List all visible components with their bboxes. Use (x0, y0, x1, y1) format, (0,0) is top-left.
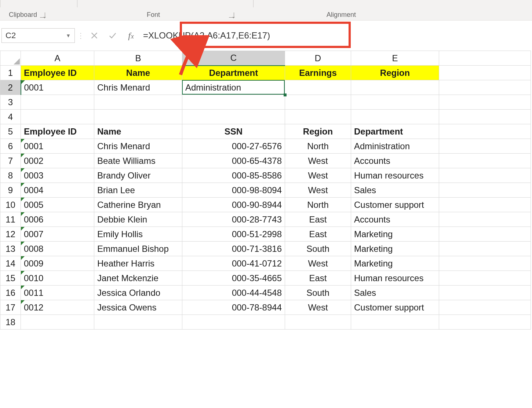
col-header-E[interactable]: E (351, 51, 439, 66)
col-header-C[interactable]: C (182, 51, 285, 66)
cell[interactable]: Human resources (351, 168, 439, 183)
fill-handle[interactable] (284, 93, 287, 96)
cell[interactable]: Marketing (351, 242, 439, 256)
cell[interactable]: Department (182, 66, 285, 80)
cell[interactable]: 000-27-6576 (182, 139, 285, 154)
cell[interactable] (439, 95, 531, 110)
cancel-formula-button[interactable] (85, 28, 103, 43)
cell[interactable] (182, 110, 285, 124)
dialog-launcher-icon[interactable] (229, 12, 234, 18)
cell[interactable]: Chris Menard (94, 80, 182, 95)
row-header[interactable]: 17 (0, 300, 21, 315)
cell[interactable]: Jessica Owens (94, 300, 182, 315)
cell[interactable]: Janet Mckenzie (94, 271, 182, 286)
cell[interactable]: West (285, 168, 351, 183)
cell[interactable]: 0012 (21, 300, 94, 315)
cell[interactable]: Region (351, 66, 439, 80)
cell[interactable] (351, 95, 439, 110)
col-header-F[interactable] (439, 51, 531, 66)
cell[interactable]: Jessica Orlando (94, 286, 182, 300)
cell[interactable]: 0003 (21, 168, 94, 183)
cell[interactable]: Marketing (351, 256, 439, 271)
cell[interactable]: 000-44-4548 (182, 286, 285, 300)
row-header[interactable]: 15 (0, 271, 21, 286)
row-header[interactable]: 14 (0, 256, 21, 271)
row-header[interactable]: 6 (0, 139, 21, 154)
cell[interactable] (439, 227, 531, 242)
cell[interactable]: Name (94, 66, 182, 80)
cell[interactable]: 000-41-0712 (182, 256, 285, 271)
cell[interactable]: Sales (351, 286, 439, 300)
cell[interactable]: Emily Hollis (94, 227, 182, 242)
cell[interactable] (439, 154, 531, 168)
cell[interactable]: 0001 (21, 80, 94, 95)
row-header[interactable]: 7 (0, 154, 21, 168)
cell[interactable]: East (285, 271, 351, 286)
cell[interactable]: Human resources (351, 271, 439, 286)
cell[interactable] (285, 110, 351, 124)
cell[interactable] (351, 315, 439, 330)
cell[interactable]: Customer support (351, 198, 439, 212)
cell[interactable] (285, 80, 351, 95)
cell[interactable]: 0009 (21, 256, 94, 271)
cell[interactable] (439, 256, 531, 271)
cell[interactable] (439, 198, 531, 212)
col-header-B[interactable]: B (94, 51, 182, 66)
cell[interactable] (351, 80, 439, 95)
cell[interactable]: 0008 (21, 242, 94, 256)
cell[interactable]: 0011 (21, 286, 94, 300)
cell[interactable]: 000-35-4665 (182, 271, 285, 286)
cell[interactable]: 0001 (21, 139, 94, 154)
cell[interactable]: 0004 (21, 183, 94, 198)
col-header-D[interactable]: D (285, 51, 351, 66)
row-header[interactable]: 2 (0, 80, 21, 95)
row-header[interactable]: 1 (0, 66, 21, 80)
col-header-A[interactable]: A (21, 51, 94, 66)
row-header[interactable]: 11 (0, 212, 21, 227)
row-header[interactable]: 8 (0, 168, 21, 183)
row-header[interactable]: 5 (0, 124, 21, 139)
row-header[interactable]: 13 (0, 242, 21, 256)
select-all-corner[interactable] (0, 51, 21, 66)
cell[interactable] (182, 315, 285, 330)
cell[interactable] (439, 168, 531, 183)
cell[interactable]: Sales (351, 183, 439, 198)
cell[interactable]: North (285, 139, 351, 154)
cell[interactable] (182, 95, 285, 110)
cell[interactable]: Marketing (351, 227, 439, 242)
cell-selected[interactable]: Administration (182, 80, 285, 95)
cell[interactable] (439, 124, 531, 139)
cell[interactable]: 0010 (21, 271, 94, 286)
cell[interactable] (439, 242, 531, 256)
insert-function-button[interactable]: fx (122, 28, 140, 43)
cell[interactable]: West (285, 256, 351, 271)
cell[interactable]: 000-90-8944 (182, 198, 285, 212)
cell[interactable]: 000-65-4378 (182, 154, 285, 168)
cell[interactable] (439, 286, 531, 300)
cell[interactable]: 0002 (21, 154, 94, 168)
cell[interactable]: East (285, 212, 351, 227)
row-header[interactable]: 16 (0, 286, 21, 300)
cell[interactable] (439, 110, 531, 124)
cell[interactable] (439, 183, 531, 198)
cell[interactable]: Chris Menard (94, 139, 182, 154)
cell[interactable]: Customer support (351, 300, 439, 315)
cell[interactable] (21, 315, 94, 330)
cell[interactable] (439, 80, 531, 95)
formula-bar-grip-icon[interactable]: ⋮ (75, 28, 85, 43)
cell[interactable]: Department (351, 124, 439, 139)
cell[interactable]: East (285, 227, 351, 242)
cell[interactable]: South (285, 286, 351, 300)
cell[interactable]: 0006 (21, 212, 94, 227)
cell[interactable] (439, 212, 531, 227)
row-header[interactable]: 10 (0, 198, 21, 212)
cell[interactable] (439, 315, 531, 330)
row-header[interactable]: 12 (0, 227, 21, 242)
cell[interactable]: West (285, 183, 351, 198)
cell[interactable]: Emmanuel Bishop (94, 242, 182, 256)
cell[interactable] (21, 95, 94, 110)
cell[interactable] (439, 66, 531, 80)
cell[interactable]: Debbie Klein (94, 212, 182, 227)
cell[interactable]: West (285, 300, 351, 315)
cell[interactable]: 000-78-8944 (182, 300, 285, 315)
